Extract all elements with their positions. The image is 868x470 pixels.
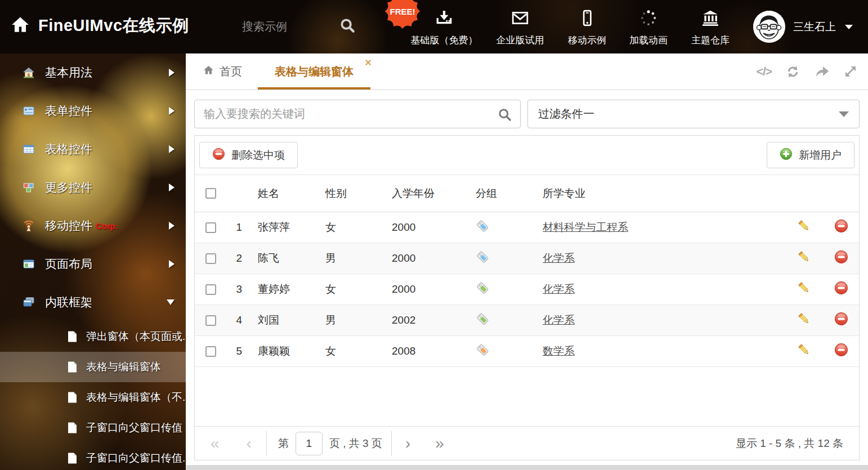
pagination-bar: « ‹ 第 页 , 共 3 页 › » 显示 1 - 5 条 , 共 12 条	[195, 426, 859, 460]
pencil-icon	[797, 219, 811, 236]
header-search-icon[interactable]	[339, 17, 356, 36]
sidebar-item-more-controls[interactable]: 更多控件	[0, 168, 186, 207]
pencil-icon	[797, 312, 811, 329]
filter-dropdown[interactable]: 过滤条件一	[527, 100, 860, 128]
cell-name: 刘国	[250, 313, 317, 328]
sidebar-item-basic-usage[interactable]: 基本用法	[0, 53, 186, 92]
sidebar-item-label: 更多控件	[45, 180, 92, 195]
nav-mobile-demo[interactable]: 移动示例	[556, 0, 618, 53]
row-checkbox[interactable]	[205, 222, 216, 233]
table-row: 2 陈飞 男 2000 化学系	[195, 243, 859, 274]
bank-icon	[701, 9, 719, 29]
select-all-checkbox[interactable]	[205, 188, 216, 199]
cell-gender: 男	[317, 313, 381, 328]
sidebar-item-label: 内联框架	[45, 294, 92, 310]
main-content: 首页 表格与编辑窗体 × </> 过滤条件一	[186, 53, 868, 470]
sidebar-subitem-label: 表格与编辑窗体（不...	[86, 390, 186, 405]
row-checkbox[interactable]	[205, 346, 216, 357]
next-page-button[interactable]: ›	[405, 436, 410, 451]
pencil-icon	[797, 343, 811, 360]
major-link[interactable]: 数学系	[543, 345, 575, 357]
column-gender: 性别	[317, 186, 381, 201]
tab-grid-edit-window[interactable]: 表格与编辑窗体 ×	[254, 53, 374, 89]
chevron-right-icon	[169, 222, 175, 230]
bottom-strip	[186, 465, 868, 470]
delete-selected-button[interactable]: 删除选中项	[199, 142, 298, 168]
file-icon	[68, 331, 77, 342]
tab-home[interactable]: 首页	[203, 53, 242, 89]
chevron-down-icon	[167, 299, 175, 305]
app-header: FineUIMvc在线示例 FREE! 基础版（免费） 企业版试用 移动示例	[0, 0, 868, 53]
refresh-icon[interactable]	[785, 64, 800, 79]
spinner-icon	[639, 9, 657, 29]
row-checkbox[interactable]	[205, 315, 216, 326]
major-link[interactable]: 化学系	[543, 314, 575, 326]
column-name: 姓名	[250, 186, 317, 201]
sidebar-subitem-grid-edit-window-2[interactable]: 表格与编辑窗体（不...	[0, 382, 186, 413]
row-checkbox[interactable]	[205, 253, 216, 264]
nav-loading-animation[interactable]: 加载动画	[618, 0, 679, 53]
cell-name: 张萍萍	[250, 220, 317, 235]
nav-theme-store[interactable]: 主题仓库	[679, 0, 742, 53]
delete-selected-label: 删除选中项	[231, 148, 285, 163]
pagination-divider	[266, 431, 267, 456]
edit-row-button[interactable]	[784, 343, 824, 360]
chevron-right-icon	[169, 183, 175, 191]
edit-row-button[interactable]	[784, 219, 824, 236]
house-icon	[23, 67, 35, 78]
edit-row-button[interactable]	[784, 281, 824, 298]
sidebar-item-iframe[interactable]: 内联框架	[0, 283, 186, 321]
keyword-search-input[interactable]	[195, 108, 520, 120]
cell-name: 董婷婷	[250, 282, 317, 297]
first-page-button[interactable]: «	[211, 436, 220, 451]
open-new-window-icon[interactable]	[814, 64, 830, 79]
tab-close-icon[interactable]: ×	[365, 57, 372, 68]
nav-enterprise-trial[interactable]: 企业版试用	[484, 0, 556, 53]
delete-row-button[interactable]	[824, 312, 859, 329]
sidebar-subitem-child-to-parent-2[interactable]: 子窗口向父窗口传值...	[0, 443, 186, 470]
major-link[interactable]: 化学系	[543, 252, 575, 264]
delete-row-button[interactable]	[824, 281, 859, 298]
user-menu[interactable]: 三生石上	[753, 0, 853, 53]
search-icon[interactable]	[497, 107, 512, 124]
page-suffix-label: 页 , 共 3 页	[329, 436, 382, 451]
major-link[interactable]: 化学系	[543, 283, 575, 295]
delete-row-button[interactable]	[824, 219, 859, 236]
edit-row-button[interactable]	[784, 250, 824, 267]
add-user-button[interactable]: 新增用户	[767, 142, 854, 168]
plus-circle-icon	[780, 147, 793, 163]
sidebar-subitem-child-to-parent[interactable]: 子窗口向父窗口传值	[0, 413, 186, 443]
sidebar-subitem-popup-window[interactable]: 弹出窗体（本页面或...	[0, 321, 186, 352]
table-icon	[23, 144, 35, 155]
mobile-icon	[578, 9, 596, 29]
sidebar-subitem-label: 表格与编辑窗体	[86, 360, 161, 374]
sidebar-item-page-layout[interactable]: 页面布局	[0, 245, 186, 283]
brand[interactable]: FineUIMvc在线示例	[10, 15, 189, 37]
last-page-button[interactable]: »	[435, 436, 444, 451]
sidebar-subitem-grid-edit-window[interactable]: 表格与编辑窗体	[0, 352, 186, 382]
sidebar-item-label: 表单控件	[45, 103, 92, 119]
column-major: 所学专业	[527, 186, 784, 201]
view-source-icon[interactable]: </>	[757, 65, 772, 78]
prev-page-button[interactable]: ‹	[247, 436, 252, 451]
add-user-label: 新增用户	[799, 148, 842, 163]
header-search-input[interactable]	[242, 17, 329, 36]
maximize-icon[interactable]	[843, 64, 858, 79]
sidebar-item-form-controls[interactable]: 表单控件	[0, 92, 186, 130]
major-link[interactable]: 材料科学与工程系	[543, 221, 628, 233]
filter-dropdown-value: 过滤条件一	[538, 106, 594, 122]
sidebar-item-mobile-controls[interactable]: 移动控件 Corp.	[0, 207, 186, 245]
home-icon	[10, 15, 30, 37]
sidebar-item-grid-controls[interactable]: 表格控件	[0, 130, 186, 168]
column-year: 入学年份	[381, 186, 462, 201]
delete-row-button[interactable]	[824, 343, 859, 360]
delete-row-button[interactable]	[824, 250, 859, 267]
minus-circle-icon	[834, 219, 848, 236]
cell-year: 2002	[381, 314, 462, 326]
edit-row-button[interactable]	[784, 312, 824, 329]
table-row: 3 董婷婷 女 2000 化学系	[195, 274, 859, 305]
row-number: 1	[226, 221, 250, 234]
page-number-input[interactable]	[296, 432, 323, 455]
row-checkbox[interactable]	[205, 284, 216, 295]
layout-icon	[23, 258, 35, 270]
